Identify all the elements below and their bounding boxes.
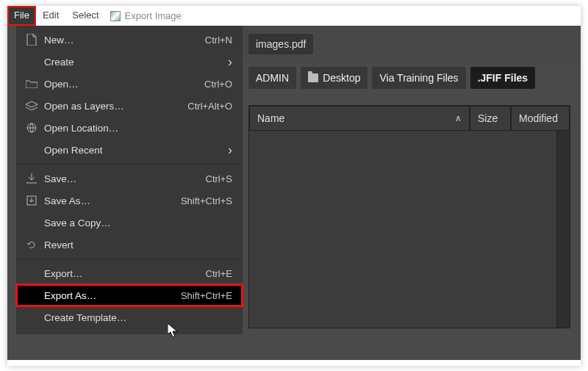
- revert-icon: [25, 238, 38, 251]
- crumb-desktop[interactable]: Desktop: [301, 67, 368, 89]
- menu-item-export-as[interactable]: Export As… Shift+Ctrl+E: [16, 284, 243, 306]
- menu-accel: Ctrl+S: [206, 173, 232, 184]
- menu-item-create[interactable]: Create: [16, 51, 243, 73]
- menu-item-open-recent[interactable]: Open Recent: [16, 139, 243, 161]
- file-list[interactable]: [249, 131, 556, 328]
- menu-accel: Shift+Ctrl+E: [181, 290, 232, 301]
- export-dialog-body: images.pdf ADMIN Desktop Via Training Fi…: [243, 26, 581, 360]
- menu-label: Open Recent: [44, 145, 222, 156]
- menu-item-save[interactable]: Save… Ctrl+S: [16, 168, 243, 190]
- chevron-right-icon: [228, 143, 232, 158]
- tab-label: images.pdf: [256, 38, 306, 50]
- sort-ascending-icon: ∧: [455, 113, 462, 123]
- menu-separator: [16, 164, 243, 165]
- menu-item-open-as-layers[interactable]: Open as Layers… Ctrl+Alt+O: [16, 95, 243, 117]
- menu-label: Save a Copy…: [44, 217, 232, 228]
- menu-accel: Ctrl+O: [204, 79, 232, 90]
- menu-label: Save As…: [44, 195, 175, 206]
- breadcrumb: ADMIN Desktop Via Training Files .JFIF F…: [243, 62, 581, 93]
- menu-accel: Shift+Ctrl+S: [181, 195, 232, 206]
- crumb-label: ADMIN: [256, 72, 289, 84]
- window-title: Export Image: [106, 6, 182, 26]
- file-list-area: [249, 131, 570, 328]
- mouse-cursor-icon: [168, 323, 178, 338]
- menubar: File Edit Select Export Image: [7, 6, 581, 26]
- menu-item-export[interactable]: Export… Ctrl+E: [16, 262, 243, 284]
- tab-bar: images.pdf: [243, 26, 581, 62]
- open-icon: [25, 77, 38, 90]
- menu-separator: [16, 259, 243, 259]
- file-list-panel: Name ∧ Size Modified: [248, 105, 570, 328]
- menu-accel: Ctrl+N: [205, 35, 232, 46]
- column-modified[interactable]: Modified: [511, 106, 570, 131]
- crumb-admin[interactable]: ADMIN: [248, 67, 296, 89]
- export-image-window: File Edit Select Export Image New… Ctrl+…: [7, 6, 581, 366]
- vertical-scrollbar[interactable]: [556, 131, 570, 328]
- layers-icon: [25, 99, 38, 112]
- menu-accel: Ctrl+E: [206, 268, 232, 279]
- menu-accel: Ctrl+Alt+O: [187, 101, 232, 112]
- menu-select[interactable]: Select: [65, 6, 105, 26]
- column-label: Modified: [519, 112, 558, 124]
- globe-icon: [25, 121, 38, 134]
- menu-label: Export As…: [44, 290, 175, 301]
- new-file-icon: [25, 33, 38, 46]
- save-as-icon: [25, 194, 38, 207]
- menu-label: Open as Layers…: [44, 101, 182, 112]
- menu-item-new[interactable]: New… Ctrl+N: [16, 29, 243, 51]
- column-headers: Name ∧ Size Modified: [249, 106, 570, 131]
- menu-item-revert[interactable]: Revert: [16, 234, 243, 256]
- tab-images-pdf[interactable]: images.pdf: [248, 34, 313, 54]
- file-menu-dropdown: New… Ctrl+N Create Open… Ctrl+O Open as …: [16, 26, 243, 334]
- menu-item-create-template[interactable]: Create Template…: [16, 306, 243, 328]
- menu-item-save-a-copy[interactable]: Save a Copy…: [16, 212, 243, 234]
- menu-label: Revert: [44, 239, 232, 251]
- menu-label: Create Template…: [44, 312, 232, 323]
- crumb-via-training-files[interactable]: Via Training Files: [372, 67, 465, 89]
- column-label: Size: [478, 112, 498, 124]
- crumb-label: Via Training Files: [379, 72, 458, 84]
- column-size[interactable]: Size: [470, 106, 511, 131]
- menu-file[interactable]: File: [7, 6, 36, 26]
- menu-label: New…: [44, 35, 199, 46]
- menu-label: Create: [44, 57, 222, 68]
- folder-icon: [308, 73, 318, 82]
- crumb-label: .JFIF Files: [478, 72, 528, 84]
- crumb-label: Desktop: [323, 72, 360, 84]
- crumb-jfif-files[interactable]: .JFIF Files: [470, 67, 535, 89]
- menu-label: Open Location…: [44, 123, 232, 134]
- menu-edit[interactable]: Edit: [36, 6, 65, 26]
- menu-item-open[interactable]: Open… Ctrl+O: [16, 73, 243, 95]
- save-icon: [25, 172, 38, 185]
- menu-item-save-as[interactable]: Save As… Shift+Ctrl+S: [16, 190, 243, 212]
- image-thumb-icon: [110, 11, 121, 21]
- menu-label: Save…: [44, 173, 200, 184]
- menu-label: Open…: [44, 79, 198, 90]
- menu-label: Export…: [44, 268, 200, 279]
- column-name[interactable]: Name ∧: [249, 106, 470, 131]
- chevron-right-icon: [228, 54, 232, 70]
- menu-item-open-location[interactable]: Open Location…: [16, 117, 243, 139]
- window-title-text: Export Image: [125, 10, 182, 21]
- column-label: Name: [257, 112, 284, 124]
